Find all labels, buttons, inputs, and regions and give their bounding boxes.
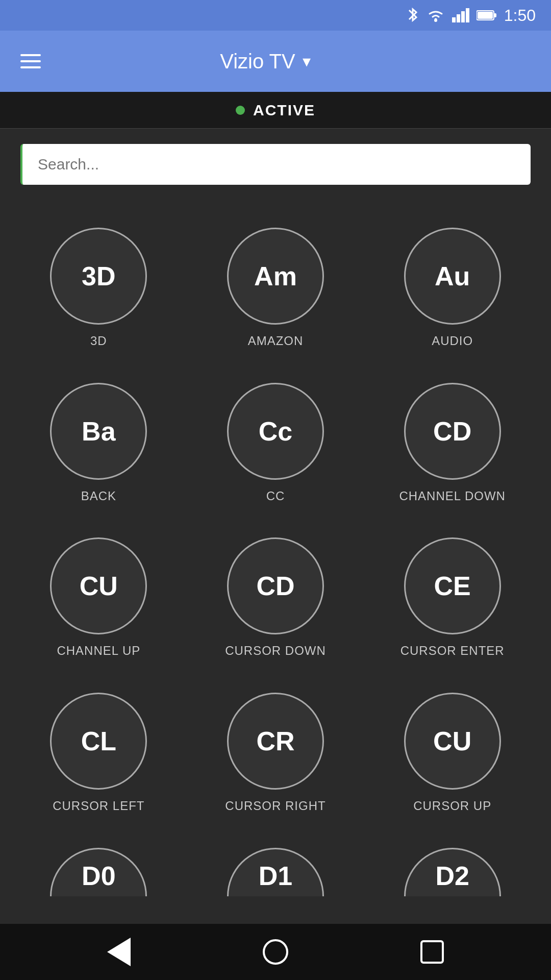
button-label: CURSOR UP (413, 799, 491, 813)
signal-icon (452, 8, 469, 22)
button-abbr: D2 (435, 861, 469, 891)
nav-bar (0, 924, 551, 980)
remote-button-back[interactable]: Ba BACK (10, 365, 187, 521)
button-label: CURSOR ENTER (400, 644, 505, 658)
button-label: BACK (81, 489, 116, 503)
active-status: ACTIVE (253, 102, 315, 119)
remote-button-channel-down[interactable]: CD CHANNEL DOWN (364, 365, 541, 521)
remote-button-cursor-down[interactable]: CD CURSOR DOWN (187, 521, 364, 676)
nav-recents-button[interactable] (414, 934, 450, 970)
nav-back-button[interactable] (101, 934, 137, 970)
status-icons: 1:50 (406, 6, 536, 25)
remote-button-cursor-left[interactable]: CL CURSOR LEFT (10, 675, 187, 830)
button-abbr: CE (434, 571, 471, 601)
button-abbr: Cc (259, 416, 292, 447)
remote-button-[interactable]: D2 (364, 830, 541, 914)
button-circle: CU (50, 537, 147, 634)
bluetooth-icon (406, 6, 419, 24)
remote-button-[interactable]: D1 (187, 830, 364, 914)
app-title-container: Vizio TV ▾ (220, 50, 310, 73)
button-label: CURSOR LEFT (53, 799, 144, 813)
remote-button-channel-up[interactable]: CU CHANNEL UP (10, 521, 187, 676)
button-abbr: CD (433, 416, 471, 447)
status-bar: 1:50 (0, 0, 551, 31)
partial-circle: D2 (404, 848, 501, 896)
app-title: Vizio TV (220, 50, 295, 73)
svg-rect-4 (466, 8, 469, 22)
button-circle: Am (227, 228, 324, 325)
button-circle: Ba (50, 383, 147, 480)
button-label: CHANNEL DOWN (399, 489, 505, 503)
button-circle: 3D (50, 228, 147, 325)
wifi-icon (427, 8, 445, 22)
remote-button-cursor-enter[interactable]: CE CURSOR ENTER (364, 521, 541, 676)
partial-circle: D0 (50, 848, 147, 896)
button-circle: CE (404, 537, 501, 634)
svg-rect-6 (494, 13, 496, 17)
button-label: CHANNEL UP (57, 644, 140, 658)
status-time: 1:50 (504, 6, 536, 25)
remote-button-cursor-up[interactable]: CU CURSOR UP (364, 675, 541, 830)
active-bar: ACTIVE (0, 92, 551, 129)
svg-rect-3 (461, 11, 465, 22)
button-abbr: CU (433, 726, 471, 756)
button-circle: CL (50, 693, 147, 790)
remote-button-[interactable]: D0 (10, 830, 187, 914)
battery-icon (477, 10, 497, 21)
search-container (0, 129, 551, 200)
button-abbr: D1 (259, 861, 292, 891)
button-abbr: Ba (82, 416, 115, 447)
button-abbr: CD (256, 571, 294, 601)
remote-button-amazon[interactable]: Am AMAZON (187, 210, 364, 365)
svg-rect-1 (452, 17, 456, 22)
svg-rect-2 (457, 14, 460, 22)
svg-rect-7 (478, 12, 493, 19)
button-label: AMAZON (248, 334, 304, 348)
hamburger-menu-button[interactable] (20, 54, 41, 68)
button-circle: CD (404, 383, 501, 480)
remote-button-cc[interactable]: Cc CC (187, 365, 364, 521)
button-label: CC (266, 489, 285, 503)
nav-home-button[interactable] (258, 934, 293, 970)
button-circle: CU (404, 693, 501, 790)
button-label: CURSOR RIGHT (225, 799, 325, 813)
svg-point-0 (434, 19, 437, 22)
button-grid: 3D 3D Am AMAZON Au AUDIO Ba BACK Cc CC (0, 200, 551, 924)
button-abbr: 3D (82, 261, 115, 291)
button-circle: Au (404, 228, 501, 325)
button-circle: CD (227, 537, 324, 634)
app-bar: Vizio TV ▾ (0, 31, 551, 92)
button-label: 3D (90, 334, 107, 348)
dropdown-icon[interactable]: ▾ (303, 52, 311, 71)
button-abbr: Am (254, 261, 297, 291)
button-circle: Cc (227, 383, 324, 480)
partial-circle: D1 (227, 848, 324, 896)
button-label: AUDIO (432, 334, 473, 348)
button-circle: CR (227, 693, 324, 790)
active-dot (236, 106, 245, 115)
remote-button-cursor-right[interactable]: CR CURSOR RIGHT (187, 675, 364, 830)
button-label: CURSOR DOWN (225, 644, 326, 658)
button-abbr: Au (435, 261, 470, 291)
search-input[interactable] (20, 144, 531, 185)
button-abbr: CR (256, 726, 294, 756)
button-abbr: D0 (82, 861, 115, 891)
remote-button-audio[interactable]: Au AUDIO (364, 210, 541, 365)
button-abbr: CU (80, 571, 118, 601)
remote-button-3d[interactable]: 3D 3D (10, 210, 187, 365)
button-abbr: CL (81, 726, 116, 756)
